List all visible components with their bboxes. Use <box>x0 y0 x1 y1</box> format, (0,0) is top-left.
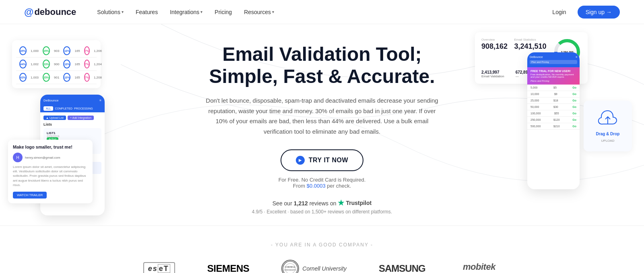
right-phone-mockup: DeBounce ≡ Plan and Pricing FREE TRIAL F… <box>527 52 580 189</box>
cornell-text: Cornell University <box>302 265 347 272</box>
avatar: H <box>13 153 23 162</box>
nav-resources[interactable]: Resources ▾ <box>239 6 279 18</box>
login-button[interactable]: Login <box>547 6 571 18</box>
logos-section: - YOU ARE IN A GOOD COMPANY - eseT SIEME… <box>0 225 644 273</box>
stat-circle-12: 7% <box>84 73 90 82</box>
nav-integrations[interactable]: Integrations ▾ <box>165 6 207 18</box>
price-row-6: 250,000$120Go <box>527 117 580 123</box>
chevron-down-icon: ▾ <box>272 10 274 14</box>
comment-card: Make logo smaller, trust me! H henry.sim… <box>8 140 93 203</box>
stat-circle-4: 7% <box>84 46 90 55</box>
comment-title: Make logo smaller, trust me! <box>13 145 88 149</box>
nav-features[interactable]: Features <box>131 6 163 18</box>
user-info: henry.simon@gmail.com <box>25 156 60 159</box>
hero-section: 45% 1,000 35% 903 10% 165 7% 1,206 44% 1… <box>0 24 644 225</box>
stat-label-1: Overview <box>481 38 508 41</box>
stats-row-1: 45% 1,000 35% 903 10% 165 7% 1,206 <box>16 44 97 58</box>
stat-circle-6: 33% <box>43 60 50 68</box>
review-count: 1,212 <box>294 200 308 207</box>
price-row-4: 50,000$30Go <box>527 104 580 110</box>
svg-point-1 <box>556 41 578 63</box>
svg-point-0 <box>556 41 578 63</box>
cornell-seal: CORNELL UNIVERSITY <box>281 260 299 273</box>
stat-value-2: 3,241,510 <box>514 42 547 51</box>
siemens-logo: SIEMENS <box>207 263 250 273</box>
stat-detail-3: 550 <box>549 70 581 74</box>
cloud-upload-icon <box>588 109 628 128</box>
stat-circle-11: 10% <box>63 73 70 82</box>
stat-circle-8: 7% <box>84 60 90 68</box>
trustpilot-name: Trustpilot <box>346 200 372 206</box>
donut-svg <box>553 38 581 66</box>
hero-center: Email Validation Tool; Simple, Fast & Ac… <box>205 43 439 215</box>
promo-banner: FREE TRIAL FOR NEW USER! Free deduplicat… <box>527 67 580 85</box>
free-text: For Free. No Credit Card is Required. Fr… <box>205 177 439 189</box>
phone-header: DeBounce ≡ <box>40 95 105 105</box>
cta-label: TRY IT NOW <box>309 157 348 164</box>
signup-button[interactable]: Sign up → <box>578 6 620 19</box>
drag-drop-label: Drag & Drop <box>588 132 628 136</box>
stats-row-3: 43% 1,003 35% 901 10% 165 7% 1,208 <box>16 71 97 84</box>
nav-pricing[interactable]: Pricing <box>210 6 237 18</box>
good-company-label: - YOU ARE IN A GOOD COMPANY - <box>24 242 620 248</box>
price-row-1: 5,000$5Go <box>527 85 580 91</box>
price-row-5: 100,000$55Go <box>527 110 580 117</box>
hero-title: Email Validation Tool; Simple, Fast & Ac… <box>205 43 439 87</box>
phone-nav: ALL COMPLETED PROCESSING <box>40 105 105 112</box>
try-now-button[interactable]: ▶ TRY IT NOW <box>281 149 363 171</box>
comment-user: H henry.simon@gmail.com <box>13 153 88 162</box>
drag-drop-card: Drag & Drop UPLOAD <box>584 101 632 151</box>
hero-subtitle: Don't let bounce, disposable, spam-trap … <box>205 95 439 136</box>
price-row-3: 25,000$18Go <box>527 97 580 104</box>
nav-solutions[interactable]: Solutions ▾ <box>92 6 128 18</box>
donut-chart: 3,294,200 <box>553 38 581 66</box>
nav-links: Solutions ▾ Features Integrations ▾ Pric… <box>92 6 547 18</box>
mobitek-logo: mobitek Performance Marketing Group <box>458 262 501 273</box>
hero-title-line2: Simple, Fast & Accurate. <box>209 66 435 87</box>
left-screenshots: 45% 1,000 35% 903 10% 165 7% 1,206 44% 1… <box>0 40 169 215</box>
stat-circle-10: 35% <box>43 73 50 82</box>
stats-row-2: 44% 1,002 33% 900 10% 165 7% 1,204 <box>16 58 97 71</box>
stat-detail-1: 2,413,997 <box>481 70 513 74</box>
drag-drop-sublabel: UPLOAD <box>601 139 615 143</box>
cornell-logo: CORNELL UNIVERSITY Cornell University <box>281 260 347 273</box>
left-phone-mockup: DeBounce ≡ ALL COMPLETED PROCESSING ▲ Up… <box>40 95 105 215</box>
stat-circle-2: 35% <box>43 46 50 55</box>
logo-text: debounce <box>34 7 76 17</box>
svg-point-3 <box>556 41 578 63</box>
trustpilot-row: See our 1,212 reviews on ★ Trustpilot <box>205 199 439 207</box>
stat-circle-3: 10% <box>63 46 70 55</box>
stat-circle-7: 10% <box>63 60 70 68</box>
right-screenshots: Overview 908,162 Email Statistics 3,241,… <box>467 28 644 213</box>
stat-circle-1: 45% <box>19 46 27 55</box>
logos-row: eseT SIEMENS CORNELL UNIVERSITY Cornell … <box>24 260 620 273</box>
list-statistics-chart <box>43 162 101 174</box>
price-row-2: 10,000$9Go <box>527 91 580 97</box>
watch-trailer-button[interactable]: WATCH TRAILER <box>13 192 47 199</box>
chevron-down-icon: ▾ <box>200 10 202 14</box>
stat-label-2: Email Statistics <box>514 38 547 41</box>
stat-detail-2: 672,895 <box>516 70 547 74</box>
phone-content: ▲ Upload List + Add Integration Lists LI… <box>40 112 105 177</box>
samsung-logo: SAMSUNG <box>379 263 425 273</box>
trustpilot-rating: 4.9/5 · Excellent · based on 1,500+ revi… <box>205 209 439 215</box>
nav-right: Login Sign up → <box>547 6 620 19</box>
right-stats-card: Overview 908,162 Email Statistics 3,241,… <box>475 32 588 84</box>
logo[interactable]: @ debounce <box>24 6 76 18</box>
navbar: @ debounce Solutions ▾ Features Integrat… <box>0 0 644 24</box>
logo-at-symbol: @ <box>24 6 33 18</box>
svg-text:UNIVERSITY: UNIVERSITY <box>285 269 296 271</box>
donut-center-value: 3,294,200 <box>561 51 573 54</box>
svg-text:CORNELL: CORNELL <box>285 266 296 268</box>
trustpilot-logo[interactable]: ★ Trustpilot <box>338 199 372 207</box>
stat-circle-9: 43% <box>19 73 27 82</box>
right-phone-header: DeBounce ≡ Plan and Pricing <box>527 52 580 67</box>
hero-title-line1: Email Validation Tool; <box>222 43 421 65</box>
comment-text: Lorem ipsum dolor sit amet, consectetur … <box>13 165 88 187</box>
star-icon: ★ <box>338 199 344 207</box>
play-icon: ▶ <box>296 156 305 165</box>
price-link[interactable]: $0.0003 <box>307 183 326 189</box>
stat-circle-5: 44% <box>19 60 27 68</box>
pricing-label: Plan and Pricing <box>530 60 577 64</box>
price-row-7: 500,000$210Go <box>527 123 580 130</box>
